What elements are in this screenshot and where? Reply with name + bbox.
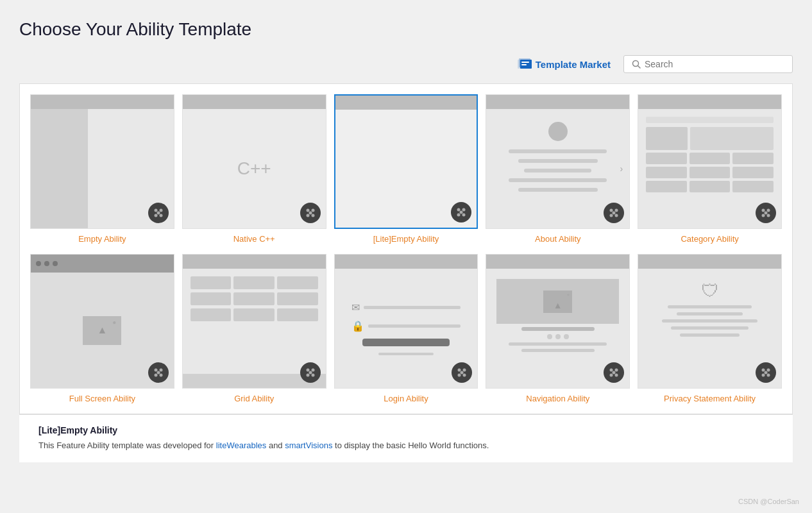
svg-point-37: [306, 369, 309, 372]
thumb-header: [486, 255, 629, 269]
svg-point-43: [463, 369, 466, 372]
thumb-body: [183, 269, 326, 388]
nav-image-area: [496, 279, 619, 324]
svg-point-25: [615, 214, 618, 217]
svg-point-22: [610, 209, 613, 212]
grid-cell: [277, 276, 318, 289]
thumb-body: [638, 109, 781, 228]
card-navigation[interactable]: Navigation Ability: [486, 254, 630, 403]
cat-row-4: [646, 181, 774, 192]
card-label-native: Native C++: [233, 234, 275, 244]
thumb-header: [638, 95, 781, 109]
cat-row-3: [646, 167, 774, 178]
svg-point-41: [309, 371, 312, 374]
card-about[interactable]: › About Ability: [486, 94, 630, 244]
svg-point-13: [311, 209, 314, 212]
watermark: CSDN @CoderSan: [738, 498, 799, 505]
cat-cell: [689, 167, 731, 178]
privacy-line: [668, 305, 752, 308]
nav-text-2: [521, 349, 595, 352]
svg-point-8: [159, 209, 162, 212]
privacy-line-4: [671, 326, 749, 330]
svg-point-17: [457, 208, 461, 212]
apps-icon: [607, 206, 620, 219]
chevron-right-icon: ›: [620, 164, 623, 174]
grid-cell: [233, 276, 275, 289]
card-label-fullscreen: Full Screen Ability: [69, 394, 135, 403]
template-market-label: Template Market: [536, 59, 611, 70]
cat-cell: [646, 181, 687, 192]
card-label-lite-empty: [Lite]Empty Ability: [373, 234, 439, 244]
grid-cell: [190, 276, 232, 289]
thumb-header: [31, 95, 174, 109]
svg-point-33: [159, 369, 162, 372]
nav-text-1: [509, 342, 607, 346]
nav-image-inner: [543, 290, 572, 313]
email-icon: ✉: [351, 301, 360, 314]
login-email-row: ✉: [351, 301, 461, 314]
card-login[interactable]: ✉ 🔒: [334, 254, 478, 403]
card-thumb-about: ›: [486, 94, 630, 229]
desc-link-lite-wearables[interactable]: liteWearables: [216, 441, 267, 450]
grid-row-2: [190, 292, 318, 305]
svg-point-15: [311, 214, 314, 217]
page-container: Choose Your Ability Template Template Ma…: [0, 0, 812, 462]
card-grid[interactable]: Grid Ability: [182, 254, 326, 403]
thumb-header: [183, 95, 326, 109]
cat-cell: [690, 127, 774, 150]
thumb-body: [335, 110, 477, 228]
card-lite-empty[interactable]: [Lite]Empty Ability: [334, 94, 478, 244]
page-title: Choose Your Ability Template: [19, 19, 793, 40]
win-dot-1: [36, 261, 41, 266]
svg-point-18: [462, 208, 466, 212]
card-fullscreen[interactable]: Full Screen Ability: [30, 254, 174, 403]
grid-cell: [233, 308, 275, 321]
grid-cell: [277, 292, 318, 305]
nav-title: [521, 327, 595, 331]
card-category[interactable]: Category Ability: [638, 94, 782, 244]
privacy-line-2: [677, 312, 743, 315]
cat-cell: [732, 181, 774, 192]
card-label-privacy: Privacy Statement Ability: [664, 394, 756, 403]
template-market-icon: [518, 58, 532, 70]
svg-point-23: [615, 209, 618, 212]
nav-dot-1: [547, 334, 552, 339]
desc-text: This Feature Ability template was develo…: [38, 439, 782, 452]
search-box: [623, 55, 793, 73]
image-placeholder: [83, 316, 121, 345]
svg-point-26: [613, 212, 616, 215]
svg-point-30: [767, 214, 770, 217]
card-thumb-login: ✉ 🔒: [334, 254, 478, 389]
win-dot-2: [44, 261, 49, 266]
thumb-body: [31, 109, 174, 228]
thumb-header: [335, 255, 478, 269]
search-input[interactable]: [645, 59, 784, 69]
thumb-body: ✉ 🔒: [335, 269, 478, 388]
svg-point-49: [610, 374, 613, 377]
card-empty-ability[interactable]: Empty Ability: [30, 94, 174, 244]
privacy-content: 🛡: [643, 274, 776, 343]
nav-dots: [496, 334, 619, 339]
template-market-button[interactable]: Template Market: [518, 58, 611, 70]
svg-point-54: [762, 374, 765, 377]
svg-point-52: [762, 369, 765, 372]
apps-icon: [304, 206, 317, 219]
thumb-header: [638, 255, 781, 269]
email-field-line: [364, 306, 461, 309]
card-label-grid: Grid Ability: [234, 394, 274, 403]
desc-link-smart-visions[interactable]: smartVisions: [285, 441, 332, 450]
card-thumb-nav: [486, 254, 630, 389]
card-privacy[interactable]: 🛡: [638, 254, 782, 403]
svg-rect-4: [521, 64, 527, 65]
badge-icon-container: [148, 203, 169, 223]
card-native-cpp[interactable]: C++ Native C++: [182, 94, 326, 244]
apps-icon: [152, 206, 165, 219]
svg-rect-3: [521, 62, 529, 63]
thumb-body: 🛡: [638, 269, 781, 388]
toolbar: Template Market: [19, 55, 793, 73]
svg-point-56: [765, 371, 768, 374]
card-label-login: Login Ability: [384, 394, 428, 403]
cat-row-2: [646, 153, 774, 164]
cat-search: [646, 117, 774, 123]
cat-cell: [689, 181, 731, 192]
